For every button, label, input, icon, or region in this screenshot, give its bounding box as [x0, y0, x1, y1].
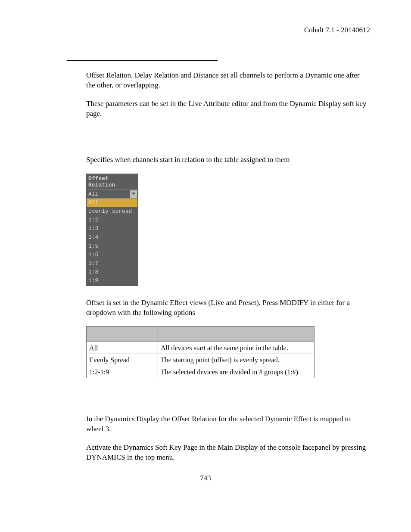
- table-label: Evenly Spread: [87, 354, 158, 366]
- dropdown-title: Offset Relation: [87, 174, 137, 190]
- dropdown-option-1-4[interactable]: 1:4: [87, 233, 137, 242]
- table-expl: All devices start at the same point in t…: [158, 342, 314, 354]
- dropdown-option-1-6[interactable]: 1:6: [87, 251, 137, 259]
- table-label: 1:2-1:9: [87, 366, 158, 378]
- table-label: All: [87, 342, 158, 354]
- dropdown-selected-row[interactable]: All: [87, 190, 137, 199]
- dropdown-option-1-3[interactable]: 1:3: [87, 224, 137, 233]
- intro-para-2: These parameters can be set in the Live …: [86, 99, 368, 119]
- table-expl: The starting point (offset) is evenly sp…: [158, 354, 314, 366]
- offset-desc: Specifies when channels start in relatio…: [86, 155, 368, 165]
- table-expl: The selected devices are divided in # gr…: [158, 366, 314, 378]
- dropdown-option-1-7[interactable]: 1:7: [87, 259, 137, 268]
- intro-para-1: Offset Relation, Delay Relation and Dist…: [86, 71, 368, 90]
- dropdown-option-1-9[interactable]: 1:9: [87, 277, 137, 285]
- chevron-down-icon[interactable]: [130, 190, 137, 198]
- offset-relation-dropdown[interactable]: Offset Relation All All Evenly spread 1:…: [86, 174, 138, 286]
- page-number: 743: [0, 474, 411, 482]
- table-header-row: [87, 327, 314, 342]
- footer-para-2: Activate the Dynamics Soft Key Page in t…: [86, 443, 368, 463]
- table-row: All All devices start at the same point …: [87, 342, 314, 354]
- header-doc-title: Cobalt 7.1 - 20140612: [34, 26, 370, 34]
- dropdown-option-all[interactable]: All: [87, 199, 137, 207]
- footer-para-1: In the Dynamics Display the Offset Relat…: [86, 414, 368, 434]
- table-header-2: [158, 327, 314, 342]
- dropdown-option-evenly-spread[interactable]: Evenly spread: [87, 207, 137, 216]
- dropdown-option-1-5[interactable]: 1:5: [87, 242, 137, 251]
- offset-after-dd: Offset is set in the Dynamic Effect view…: [86, 298, 368, 318]
- table-row: Evenly Spread The starting point (offset…: [87, 354, 314, 366]
- table-header-1: [87, 327, 158, 342]
- dropdown-option-1-8[interactable]: 1:8: [87, 268, 137, 277]
- section-divider: [67, 60, 218, 61]
- dropdown-selected-text: All: [87, 190, 130, 198]
- table-row: 1:2-1:9 The selected devices are divided…: [87, 366, 314, 378]
- dropdown-option-1-2[interactable]: 1:2: [87, 216, 137, 224]
- offset-options-table: All All devices start at the same point …: [86, 326, 314, 378]
